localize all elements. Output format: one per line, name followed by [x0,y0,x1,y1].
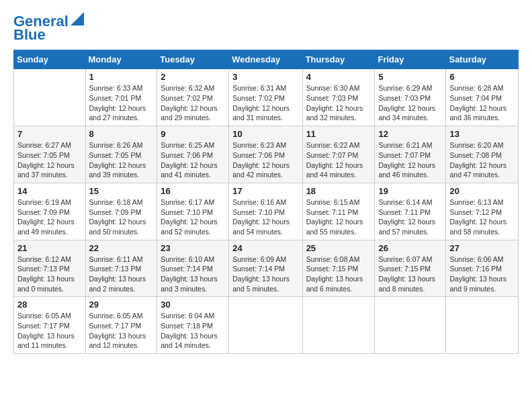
day-info: Sunrise: 6:17 AMSunset: 7:10 PMDaylight:… [161,197,225,237]
day-number: 20 [449,186,515,196]
weekday-header: Saturday [446,50,519,69]
day-number: 28 [17,300,82,310]
day-info: Sunrise: 6:13 AMSunset: 7:12 PMDaylight:… [449,197,515,237]
calendar-cell: 10 Sunrise: 6:23 AMSunset: 7:06 PMDaylig… [229,126,302,183]
calendar-cell: 19 Sunrise: 6:14 AMSunset: 7:11 PMDaylig… [375,183,446,240]
calendar-cell [229,297,302,354]
logo: General Blue [13,13,84,43]
calendar-week-row: 21 Sunrise: 6:12 AMSunset: 7:13 PMDaylig… [14,240,519,297]
day-number: 11 [306,129,371,139]
day-info: Sunrise: 6:33 AMSunset: 7:01 PMDaylight:… [89,83,154,123]
day-info: Sunrise: 6:05 AMSunset: 7:17 PMDaylight:… [89,311,154,351]
calendar-cell: 1 Sunrise: 6:33 AMSunset: 7:01 PMDayligh… [85,69,157,126]
day-info: Sunrise: 6:27 AMSunset: 7:05 PMDaylight:… [17,140,82,180]
day-info: Sunrise: 6:23 AMSunset: 7:06 PMDaylight:… [232,140,298,180]
day-number: 2 [161,72,225,82]
day-number: 26 [378,243,442,253]
day-info: Sunrise: 6:30 AMSunset: 7:03 PMDaylight:… [306,83,371,123]
weekday-header: Friday [375,50,446,69]
calendar-cell [14,69,86,126]
day-number: 8 [89,129,154,139]
day-number: 7 [17,129,82,139]
day-number: 21 [17,243,82,253]
day-info: Sunrise: 6:11 AMSunset: 7:13 PMDaylight:… [89,255,154,294]
page-header: General Blue [13,13,519,43]
day-info: Sunrise: 6:26 AMSunset: 7:05 PMDaylight:… [89,140,154,180]
day-info: Sunrise: 6:28 AMSunset: 7:04 PMDaylight:… [449,83,515,123]
day-info: Sunrise: 6:21 AMSunset: 7:07 PMDaylight:… [378,140,442,180]
calendar-cell: 30 Sunrise: 6:04 AMSunset: 7:18 PMDaylig… [157,297,229,354]
calendar-cell: 25 Sunrise: 6:08 AMSunset: 7:15 PMDaylig… [302,240,375,297]
calendar-week-row: 14 Sunrise: 6:19 AMSunset: 7:09 PMDaylig… [14,183,519,240]
calendar-cell: 21 Sunrise: 6:12 AMSunset: 7:13 PMDaylig… [14,240,86,297]
day-number: 19 [378,186,442,196]
calendar-cell: 24 Sunrise: 6:09 AMSunset: 7:14 PMDaylig… [229,240,302,297]
calendar-cell [446,297,519,354]
day-info: Sunrise: 6:32 AMSunset: 7:02 PMDaylight:… [161,83,225,123]
weekday-header: Tuesday [157,50,229,69]
calendar-week-row: 1 Sunrise: 6:33 AMSunset: 7:01 PMDayligh… [14,69,519,126]
calendar-cell: 29 Sunrise: 6:05 AMSunset: 7:17 PMDaylig… [85,297,157,354]
day-info: Sunrise: 6:14 AMSunset: 7:11 PMDaylight:… [378,197,442,237]
calendar-cell: 15 Sunrise: 6:18 AMSunset: 7:09 PMDaylig… [85,183,157,240]
day-number: 16 [161,186,225,196]
day-info: Sunrise: 6:08 AMSunset: 7:15 PMDaylight:… [306,255,371,294]
weekday-header: Sunday [14,50,86,69]
day-number: 10 [232,129,298,139]
weekday-header: Thursday [302,50,375,69]
calendar-header-row: SundayMondayTuesdayWednesdayThursdayFrid… [14,50,519,69]
day-number: 22 [89,243,154,253]
calendar-cell: 18 Sunrise: 6:15 AMSunset: 7:11 PMDaylig… [302,183,375,240]
calendar-cell: 16 Sunrise: 6:17 AMSunset: 7:10 PMDaylig… [157,183,229,240]
day-number: 29 [89,300,154,310]
day-number: 13 [449,129,515,139]
calendar-cell: 23 Sunrise: 6:10 AMSunset: 7:14 PMDaylig… [157,240,229,297]
day-number: 25 [306,243,371,253]
day-info: Sunrise: 6:19 AMSunset: 7:09 PMDaylight:… [17,197,82,237]
calendar-cell: 20 Sunrise: 6:13 AMSunset: 7:12 PMDaylig… [446,183,519,240]
day-info: Sunrise: 6:15 AMSunset: 7:11 PMDaylight:… [306,197,371,237]
day-info: Sunrise: 6:07 AMSunset: 7:15 PMDaylight:… [378,255,442,294]
weekday-header: Wednesday [229,50,302,69]
day-info: Sunrise: 6:06 AMSunset: 7:16 PMDaylight:… [449,255,515,294]
day-number: 24 [232,243,298,253]
calendar-cell: 9 Sunrise: 6:25 AMSunset: 7:06 PMDayligh… [157,126,229,183]
day-number: 1 [89,72,154,82]
calendar-cell: 11 Sunrise: 6:22 AMSunset: 7:07 PMDaylig… [302,126,375,183]
calendar-cell: 12 Sunrise: 6:21 AMSunset: 7:07 PMDaylig… [375,126,446,183]
calendar-cell: 28 Sunrise: 6:05 AMSunset: 7:17 PMDaylig… [14,297,86,354]
day-info: Sunrise: 6:16 AMSunset: 7:10 PMDaylight:… [232,197,298,237]
calendar-cell: 13 Sunrise: 6:20 AMSunset: 7:08 PMDaylig… [446,126,519,183]
calendar-week-row: 28 Sunrise: 6:05 AMSunset: 7:17 PMDaylig… [14,297,519,354]
day-info: Sunrise: 6:10 AMSunset: 7:14 PMDaylight:… [161,255,225,294]
day-number: 9 [161,129,225,139]
calendar-week-row: 7 Sunrise: 6:27 AMSunset: 7:05 PMDayligh… [14,126,519,183]
day-info: Sunrise: 6:22 AMSunset: 7:07 PMDaylight:… [306,140,371,180]
day-info: Sunrise: 6:04 AMSunset: 7:18 PMDaylight:… [161,311,225,351]
day-number: 4 [306,72,371,82]
day-number: 3 [232,72,298,82]
day-info: Sunrise: 6:31 AMSunset: 7:02 PMDaylight:… [232,83,298,123]
day-info: Sunrise: 6:18 AMSunset: 7:09 PMDaylight:… [89,197,154,237]
day-info: Sunrise: 6:29 AMSunset: 7:03 PMDaylight:… [378,83,442,123]
day-info: Sunrise: 6:12 AMSunset: 7:13 PMDaylight:… [17,255,82,294]
logo-text-line2: Blue [13,27,46,43]
day-info: Sunrise: 6:20 AMSunset: 7:08 PMDaylight:… [449,140,515,180]
day-number: 6 [449,72,515,82]
day-info: Sunrise: 6:05 AMSunset: 7:17 PMDaylight:… [17,311,82,351]
day-number: 17 [232,186,298,196]
day-number: 27 [449,243,515,253]
calendar-cell: 7 Sunrise: 6:27 AMSunset: 7:05 PMDayligh… [14,126,86,183]
svg-marker-0 [71,12,84,26]
day-number: 14 [17,186,82,196]
calendar-cell: 27 Sunrise: 6:06 AMSunset: 7:16 PMDaylig… [446,240,519,297]
calendar-cell [375,297,446,354]
calendar-cell: 4 Sunrise: 6:30 AMSunset: 7:03 PMDayligh… [302,69,375,126]
calendar-cell: 17 Sunrise: 6:16 AMSunset: 7:10 PMDaylig… [229,183,302,240]
day-number: 18 [306,186,371,196]
calendar-cell [302,297,375,354]
weekday-header: Monday [85,50,157,69]
day-number: 23 [161,243,225,253]
calendar-cell: 22 Sunrise: 6:11 AMSunset: 7:13 PMDaylig… [85,240,157,297]
day-number: 12 [378,129,442,139]
